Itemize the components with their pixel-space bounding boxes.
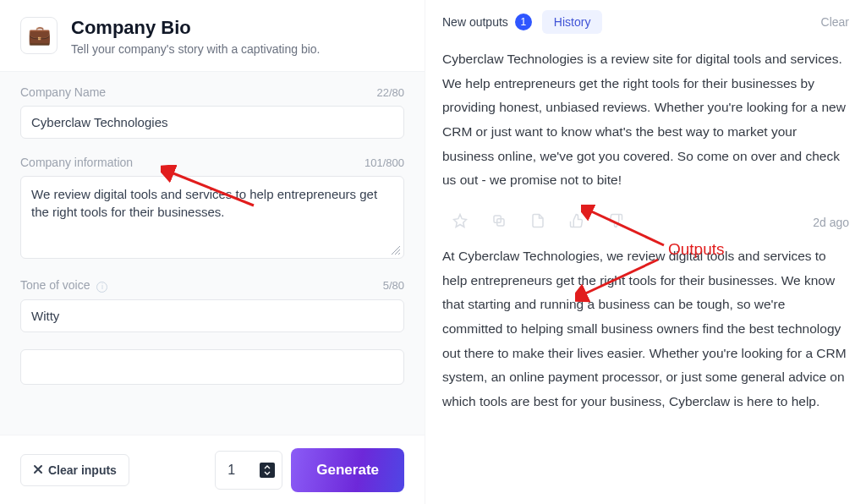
right-panel: New outputs 1 History Clear Cyberclaw Te… (425, 0, 866, 504)
tone-label: Tone of voice i (20, 278, 107, 293)
company-info-textarea[interactable]: We review digital tools and services to … (20, 176, 404, 259)
page-subtitle: Tell your company's story with a captiva… (71, 42, 320, 56)
x-icon (33, 463, 43, 477)
star-icon[interactable] (452, 213, 468, 231)
output-timestamp: 2d ago (813, 216, 849, 229)
info-icon: i (96, 282, 107, 293)
company-info-field: Company information 101/800 We review di… (20, 156, 404, 261)
quantity-value: 1 (227, 463, 235, 478)
document-icon[interactable] (530, 213, 545, 231)
output-action-row: 2d ago (442, 208, 849, 243)
tone-count: 5/80 (383, 279, 404, 292)
tool-header: 💼 Company Bio Tell your company's story … (0, 0, 425, 71)
company-info-count: 101/800 (364, 156, 404, 169)
tab-new-outputs[interactable]: New outputs 1 (442, 14, 532, 30)
stepper-icon[interactable] (260, 463, 275, 478)
company-name-field: Company Name 22/80 (20, 85, 404, 139)
company-info-label: Company information (20, 156, 133, 169)
thumbs-up-icon[interactable] (569, 213, 584, 231)
briefcase-icon: 💼 (20, 17, 58, 54)
quantity-stepper[interactable]: 1 (215, 451, 282, 490)
output-item: At Cyberclaw Technologies, we review dig… (442, 243, 849, 430)
clear-outputs-button[interactable]: Clear (821, 15, 849, 29)
clear-inputs-label: Clear inputs (48, 463, 117, 477)
new-outputs-count-badge: 1 (515, 14, 532, 30)
tab-history[interactable]: History (542, 10, 603, 34)
tab-new-label: New outputs (442, 15, 508, 29)
page-title: Company Bio (71, 17, 320, 39)
company-name-count: 22/80 (376, 86, 404, 99)
tone-field: Tone of voice i 5/80 (20, 278, 404, 332)
left-panel: 💼 Company Bio Tell your company's story … (0, 0, 425, 504)
generate-button[interactable]: Generate (291, 448, 404, 492)
output-tabs: New outputs 1 History Clear (442, 10, 849, 34)
output-item: Cyberclaw Technologies is a review site … (442, 46, 849, 208)
tone-input[interactable] (20, 299, 404, 332)
outputs-list: Cyberclaw Technologies is a review site … (442, 46, 849, 504)
truncated-next-field (20, 349, 404, 385)
thumbs-down-icon[interactable] (608, 213, 623, 231)
bottom-bar: Clear inputs 1 Generate (0, 435, 425, 504)
clear-inputs-button[interactable]: Clear inputs (20, 454, 129, 486)
company-name-label: Company Name (20, 85, 106, 99)
company-name-input[interactable] (20, 106, 404, 139)
copy-icon[interactable] (491, 213, 507, 231)
